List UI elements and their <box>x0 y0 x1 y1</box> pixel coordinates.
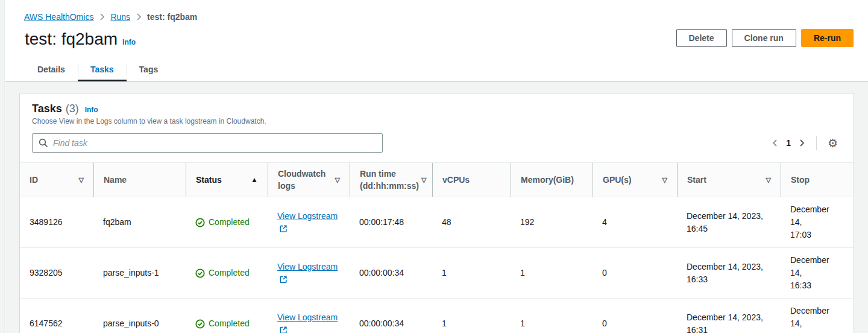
toolbar-right: 1 ⚙ <box>768 135 841 151</box>
pagination-page-number[interactable]: 1 <box>782 138 795 148</box>
cell-gpus: 0 <box>593 261 677 285</box>
cell-start: December 14, 2023,16:31 <box>677 305 781 333</box>
cell-id: 6147562 <box>20 311 93 333</box>
sort-icon[interactable]: ▽ <box>766 174 771 186</box>
cell-vcpus: 1 <box>432 261 511 285</box>
panel-count: (3) <box>66 103 79 115</box>
tab-tags[interactable]: Tags <box>127 59 171 81</box>
column-header-runtime[interactable]: Run time (dd:hh:mm:ss)▽ <box>350 163 432 197</box>
tasks-panel: Tasks (3) Info Choose View in the Logs c… <box>19 93 854 333</box>
column-header-vcpus[interactable]: vCPUs <box>432 163 511 197</box>
cell-memory: 1 <box>511 311 593 333</box>
table-header-row: ID▽ Name Status▲ Cloudwatch logs▽ Run ti… <box>20 162 854 197</box>
breadcrumb-link-runs[interactable]: Runs <box>110 12 130 22</box>
view-logstream-link[interactable]: View Logstream <box>277 262 338 284</box>
sort-icon[interactable]: ▽ <box>79 174 84 186</box>
cell-memory: 192 <box>511 210 593 235</box>
table-row: 9328205 parse_inputs-1 Completed View Lo… <box>20 248 854 299</box>
view-logstream-link[interactable]: View Logstream <box>277 211 338 233</box>
sort-icon[interactable]: ▽ <box>335 174 340 186</box>
cell-name: parse_inputs-1 <box>93 261 186 285</box>
cell-gpus: 0 <box>593 311 677 333</box>
rerun-button[interactable]: Re-run <box>801 29 854 47</box>
cell-vcpus: 48 <box>432 210 511 235</box>
external-link-icon <box>279 275 288 284</box>
table-row: 3489126 fq2bam Completed View Logstream … <box>20 197 854 248</box>
cell-memory: 1 <box>511 261 593 285</box>
settings-button[interactable]: ⚙ <box>824 135 841 151</box>
search-box[interactable] <box>32 133 383 153</box>
cell-name: parse_inputs-0 <box>93 311 186 333</box>
column-header-id[interactable]: ID▽ <box>20 163 93 197</box>
page-left-rail <box>0 0 5 333</box>
column-header-gpus[interactable]: GPU(s)▽ <box>593 163 677 197</box>
cell-vcpus: 1 <box>432 311 511 333</box>
pagination-prev-button[interactable] <box>768 136 782 150</box>
column-header-name[interactable]: Name <box>93 163 186 197</box>
clone-run-button[interactable]: Clone run <box>732 29 796 47</box>
check-circle-icon <box>195 319 205 329</box>
tasks-panel-header: Tasks (3) Info Choose View in the Logs c… <box>20 94 854 162</box>
tab-bar: Details Tasks Tags <box>5 59 868 81</box>
sort-icon[interactable]: ▽ <box>421 174 426 186</box>
breadcrumb-link-healthomics[interactable]: AWS HealthOmics <box>24 12 93 22</box>
status-badge: Completed <box>195 216 258 229</box>
tab-details[interactable]: Details <box>25 59 78 81</box>
title-info-link[interactable]: Info <box>122 38 136 49</box>
search-icon <box>39 138 48 148</box>
panel-title: Tasks <box>32 103 62 115</box>
cell-stop: December 14,16:33 <box>781 248 848 298</box>
header-actions: Delete Clone run Re-run <box>676 29 854 47</box>
cell-runtime: 00:00:17:48 <box>350 210 432 235</box>
tab-tasks[interactable]: Tasks <box>78 59 127 81</box>
cell-runtime: 00:00:00:34 <box>350 311 432 333</box>
toolbar-divider <box>816 136 817 150</box>
gear-icon: ⚙ <box>828 138 838 149</box>
view-logstream-link[interactable]: View Logstream <box>277 312 338 333</box>
search-input[interactable] <box>53 138 376 148</box>
cell-stop: December 14,16:31 <box>781 299 848 333</box>
sort-icon[interactable]: ▽ <box>662 174 667 186</box>
chevron-left-icon <box>772 139 778 147</box>
cell-runtime: 00:00:00:34 <box>350 261 432 285</box>
column-header-status[interactable]: Status▲ <box>186 163 268 197</box>
page-title: test: fq2bam <box>25 29 118 49</box>
breadcrumb: AWS HealthOmics Runs test: fq2bam <box>5 0 868 22</box>
chevron-right-icon <box>136 13 142 21</box>
pagination-next-button[interactable] <box>795 136 809 150</box>
column-header-start[interactable]: Start▽ <box>677 163 781 197</box>
panel-description: Choose View in the Logs column to view a… <box>32 117 841 125</box>
table-row: 6147562 parse_inputs-0 Completed View Lo… <box>20 299 854 333</box>
status-badge: Completed <box>195 267 258 279</box>
table-toolbar: 1 ⚙ <box>32 133 841 153</box>
chevron-right-icon <box>799 139 805 147</box>
column-header-stop[interactable]: Stop <box>781 163 848 197</box>
cell-start: December 14, 2023,16:33 <box>677 255 781 292</box>
delete-button[interactable]: Delete <box>676 29 727 47</box>
cell-stop: December 14,17:03 <box>781 197 848 247</box>
cell-name: fq2bam <box>93 210 186 235</box>
cell-id: 3489126 <box>20 210 93 235</box>
page: AWS HealthOmics Runs test: fq2bam test: … <box>5 0 868 333</box>
external-link-icon <box>279 326 288 333</box>
external-link-icon <box>279 224 288 233</box>
page-header: test: fq2bam Info Delete Clone run Re-ru… <box>5 22 868 49</box>
chevron-right-icon <box>99 13 105 21</box>
panel-info-link[interactable]: Info <box>85 106 98 114</box>
check-circle-icon <box>195 268 205 278</box>
cell-id: 9328205 <box>20 261 93 285</box>
breadcrumb-current: test: fq2bam <box>147 12 197 22</box>
content-area: Tasks (3) Info Choose View in the Logs c… <box>5 81 868 333</box>
column-header-cloudwatch-logs[interactable]: Cloudwatch logs▽ <box>268 163 350 197</box>
status-badge: Completed <box>195 317 258 330</box>
sort-ascending-icon[interactable]: ▲ <box>251 174 258 186</box>
tasks-table: ID▽ Name Status▲ Cloudwatch logs▽ Run ti… <box>20 162 854 333</box>
cell-gpus: 4 <box>593 210 677 235</box>
cell-start: December 14, 2023,16:45 <box>677 204 781 241</box>
column-header-memory[interactable]: Memory(GiB) <box>511 163 593 197</box>
check-circle-icon <box>195 218 205 227</box>
